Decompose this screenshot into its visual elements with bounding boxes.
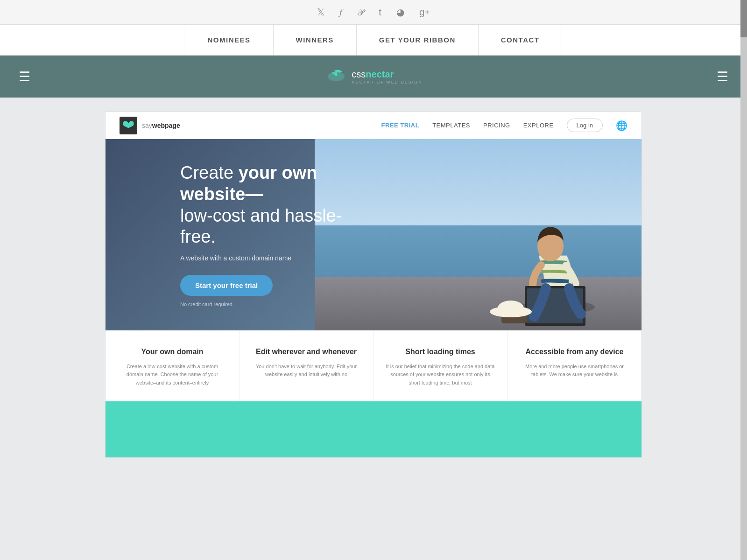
hero-cta-button[interactable]: Start your free trial xyxy=(180,275,273,296)
feature-edit-title: Edit wherever and whenever xyxy=(252,347,361,357)
tumblr-icon[interactable]: t xyxy=(379,7,381,18)
logo-bird-icon xyxy=(324,67,348,86)
page-background: saywebpage FREE TRIAL TEMPLATES PRICING … xyxy=(0,98,747,458)
globe-icon[interactable]: 🌐 xyxy=(616,120,627,131)
nav-contact[interactable]: CONTACT xyxy=(479,25,563,55)
features-section: Your own domain Create a low-cost websit… xyxy=(106,330,641,401)
scrollbar[interactable] xyxy=(740,0,747,560)
feature-domain: Your own domain Create a low-cost websit… xyxy=(106,330,240,401)
preview-nav-free-trial[interactable]: FREE TRIAL xyxy=(381,122,420,129)
nav-get-ribbon[interactable]: GET YOUR RIBBON xyxy=(357,25,479,55)
teal-bottom-bar xyxy=(106,401,641,457)
feature-edit: Edit wherever and whenever You don't hav… xyxy=(240,330,374,401)
preview-nav-pricing[interactable]: PRICING xyxy=(483,122,510,129)
preview-logo-icon xyxy=(120,117,137,134)
preview-login-button[interactable]: Log in xyxy=(567,119,603,132)
preview-window: saywebpage FREE TRIAL TEMPLATES PRICING … xyxy=(105,112,642,458)
logo-subtitle: NECTAR OF WEB DESIGN xyxy=(352,80,422,84)
feature-domain-title: Your own domain xyxy=(118,347,227,357)
left-menu-icon[interactable]: ☰ xyxy=(19,69,30,84)
preview-nav-links: FREE TRIAL TEMPLATES PRICING EXPLORE Log… xyxy=(381,119,627,132)
preview-nav-templates[interactable]: TEMPLATES xyxy=(432,122,470,129)
hero-person-illustration xyxy=(464,139,604,330)
nav-nominees[interactable]: NOMINEES xyxy=(185,25,274,55)
feature-device-text: More and more people use smartphones or … xyxy=(520,363,629,379)
facebook-icon[interactable]: 𝑓 xyxy=(339,7,342,18)
preview-nav: saywebpage FREE TRIAL TEMPLATES PRICING … xyxy=(106,112,641,139)
hero-subtitle: A website with a custom domain name xyxy=(180,254,348,262)
googleplus-icon[interactable]: g+ xyxy=(419,7,430,18)
saywebpage-logo-mark xyxy=(122,119,135,132)
social-bar: 𝕏 𝑓 𝒫 t ◕ g+ xyxy=(0,0,747,25)
nav-winners[interactable]: WINNERS xyxy=(274,25,357,55)
hero-content: Create your own website— low-cost and ha… xyxy=(106,162,348,307)
preview-logo-text: saywebpage xyxy=(142,121,180,130)
preview-nav-explore[interactable]: EXPLORE xyxy=(523,122,554,129)
cssnectar-logo: css nectar NECTAR OF WEB DESIGN xyxy=(324,67,422,86)
hero-section: Create your own website— low-cost and ha… xyxy=(106,139,641,330)
feature-loading-text: It is our belief that minimizing the cod… xyxy=(386,363,495,387)
logo-nectar: nectar xyxy=(366,69,394,80)
hero-beach-scene xyxy=(315,139,641,330)
hero-title: Create your own website— low-cost and ha… xyxy=(180,162,348,247)
feature-loading: Short loading times It is our belief tha… xyxy=(374,330,507,401)
logo-css: css xyxy=(352,69,366,80)
rss-icon[interactable]: ◕ xyxy=(396,7,404,18)
cssnectar-header: ☰ css nectar NECTAR OF WEB DESIGN ☰ xyxy=(0,56,747,98)
main-nav: NOMINEES WINNERS GET YOUR RIBBON CONTACT xyxy=(0,25,747,56)
feature-device: Accessible from any device More and more… xyxy=(507,330,641,401)
pinterest-icon[interactable]: 𝒫 xyxy=(357,7,364,18)
feature-edit-text: You don't have to wait for anybody. Edit… xyxy=(252,363,361,379)
preview-logo: saywebpage xyxy=(120,117,180,134)
feature-loading-title: Short loading times xyxy=(386,347,495,357)
feature-device-title: Accessible from any device xyxy=(520,347,629,357)
hero-no-credit-card: No credit card required. xyxy=(180,301,348,307)
scrollbar-thumb[interactable] xyxy=(740,0,747,37)
twitter-icon[interactable]: 𝕏 xyxy=(317,7,324,18)
svg-point-7 xyxy=(498,301,524,315)
feature-domain-text: Create a low-cost website with a custom … xyxy=(118,363,227,387)
right-menu-icon[interactable]: ☰ xyxy=(717,69,728,84)
